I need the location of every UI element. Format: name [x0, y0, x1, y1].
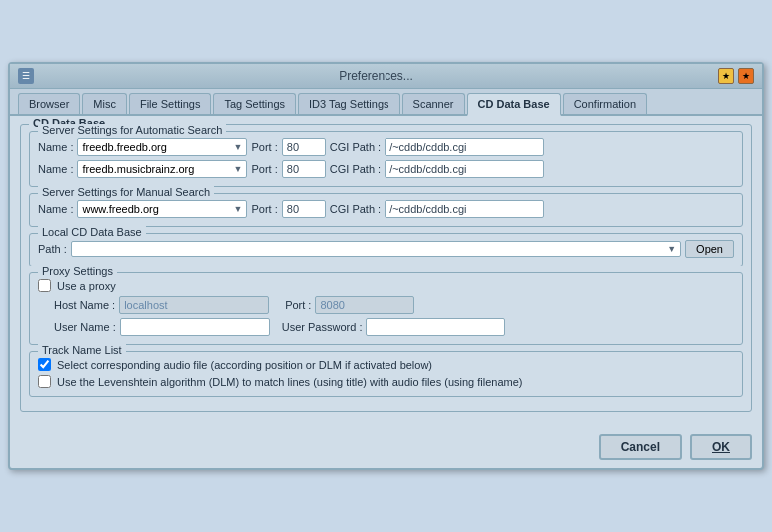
tab-cd-data-base[interactable]: CD Data Base [467, 93, 561, 116]
auto-search-row2: Name : freedb.musicbrainz.org ▼ Port : C… [38, 160, 734, 178]
track-cb1-checkbox[interactable] [38, 358, 51, 371]
manual-name-arrow: ▼ [234, 204, 243, 214]
proxy-port-input[interactable] [315, 296, 414, 314]
manual-name-label: Name : [38, 203, 73, 215]
tab-id3-tag-settings[interactable]: ID3 Tag Settings [298, 93, 400, 114]
auto-cgi1-label: CGI Path : [330, 141, 381, 153]
open-button[interactable]: Open [685, 240, 734, 258]
proxy-host-label: Host Name : [54, 299, 115, 311]
local-db-row: Path : ▼ Open [38, 240, 734, 258]
manual-search-row: Name : www.freedb.org ▼ Port : CGI Path … [38, 200, 734, 218]
cancel-button[interactable]: Cancel [599, 434, 682, 460]
local-db-label: Local CD Data Base [38, 226, 146, 238]
manual-search-label: Server Settings for Manual Search [38, 186, 214, 198]
manual-name-dropdown[interactable]: www.freedb.org ▼ [77, 200, 247, 218]
title-bar: ☰ Preferences... ★ ★ [10, 64, 762, 89]
main-content: CD Data Base Server Settings for Automat… [10, 116, 762, 428]
auto-port2-input[interactable] [282, 160, 326, 178]
proxy-section: Proxy Settings Use a proxy Host Name : P… [29, 272, 743, 345]
auto-name2-label: Name : [38, 163, 73, 175]
auto-name2-dropdown[interactable]: freedb.musicbrainz.org ▼ [77, 160, 247, 178]
tab-scanner[interactable]: Scanner [402, 93, 465, 114]
auto-cgi2-label: CGI Path : [330, 163, 381, 175]
auto-search-label: Server Settings for Automatic Search [38, 124, 226, 136]
window-icon: ☰ [18, 68, 34, 84]
proxy-user-label: User Name : [54, 321, 116, 333]
auto-port2-label: Port : [251, 163, 277, 175]
auto-port1-input[interactable] [282, 138, 326, 156]
tab-confirmation[interactable]: Confirmation [563, 93, 647, 114]
track-cb2-row: Use the Levenshtein algorithm (DLM) to m… [38, 375, 734, 388]
minimize-button[interactable]: ★ [718, 68, 734, 84]
proxy-user-input[interactable] [120, 318, 270, 336]
tab-tag-settings[interactable]: Tag Settings [213, 93, 296, 114]
close-button[interactable]: ★ [738, 68, 754, 84]
manual-port-input[interactable] [282, 200, 326, 218]
track-cb2-label: Use the Levenshtein algorithm (DLM) to m… [57, 376, 523, 388]
preferences-window: ☰ Preferences... ★ ★ Browser Misc File S… [8, 62, 764, 470]
use-proxy-label: Use a proxy [57, 280, 116, 292]
auto-cgi2-input[interactable] [385, 160, 544, 178]
manual-name-value: www.freedb.org [82, 203, 158, 215]
manual-port-label: Port : [251, 203, 277, 215]
use-proxy-row: Use a proxy [38, 279, 734, 292]
cd-data-base-section: CD Data Base Server Settings for Automat… [20, 124, 752, 412]
window-title: Preferences... [34, 69, 718, 83]
auto-name1-arrow: ▼ [234, 142, 243, 152]
proxy-port-label: Port : [285, 299, 311, 311]
auto-name2-value: freedb.musicbrainz.org [82, 163, 194, 175]
proxy-pass-label: User Password : [282, 321, 363, 333]
proxy-pass-input[interactable] [366, 318, 505, 336]
proxy-host-input[interactable] [119, 296, 269, 314]
tabs-bar: Browser Misc File Settings Tag Settings … [10, 89, 762, 116]
proxy-user-row: User Name : User Password : [54, 318, 734, 336]
tab-file-settings[interactable]: File Settings [129, 93, 212, 114]
auto-cgi1-input[interactable] [385, 138, 544, 156]
track-cb1-row: Select corresponding audio file (accordi… [38, 358, 734, 371]
manual-cgi-label: CGI Path : [330, 203, 381, 215]
local-path-dropdown[interactable]: ▼ [71, 241, 681, 257]
title-bar-controls: ★ ★ [718, 68, 754, 84]
proxy-host-row: Host Name : Port : [54, 296, 734, 314]
track-name-label: Track Name List [38, 344, 126, 356]
local-path-arrow: ▼ [667, 244, 676, 254]
auto-name2-arrow: ▼ [234, 164, 243, 174]
footer: Cancel OK [10, 428, 762, 468]
auto-search-row1: Name : freedb.freedb.org ▼ Port : CGI Pa… [38, 138, 734, 156]
auto-name1-value: freedb.freedb.org [82, 141, 166, 153]
manual-search-section: Server Settings for Manual Search Name :… [29, 193, 743, 227]
auto-name1-dropdown[interactable]: freedb.freedb.org ▼ [77, 138, 247, 156]
tab-misc[interactable]: Misc [82, 93, 127, 114]
track-cb2-checkbox[interactable] [38, 375, 51, 388]
ok-button[interactable]: OK [690, 434, 752, 460]
proxy-label: Proxy Settings [38, 266, 117, 277]
use-proxy-checkbox[interactable] [38, 279, 51, 292]
track-cb1-label: Select corresponding audio file (accordi… [57, 359, 432, 371]
local-path-label: Path : [38, 243, 67, 255]
local-db-section: Local CD Data Base Path : ▼ Open [29, 233, 743, 266]
auto-search-section: Server Settings for Automatic Search Nam… [29, 131, 743, 187]
manual-cgi-input[interactable] [385, 200, 544, 218]
track-name-section: Track Name List Select corresponding aud… [29, 351, 743, 397]
auto-port1-label: Port : [251, 141, 277, 153]
auto-name1-label: Name : [38, 141, 73, 153]
tab-browser[interactable]: Browser [18, 93, 80, 114]
